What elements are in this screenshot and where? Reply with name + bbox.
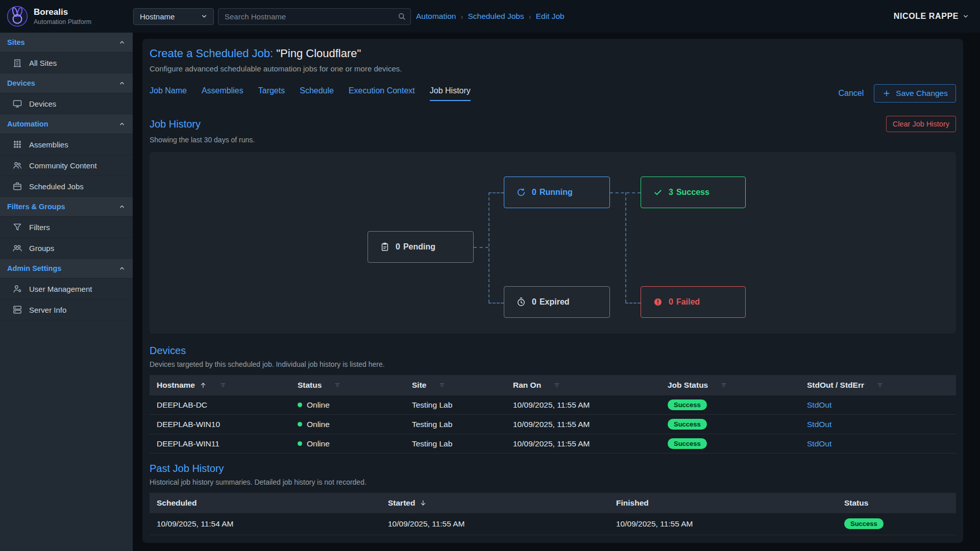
pending-count: 0 [396, 242, 400, 252]
topbar: Borealis Automation Platform Hostname Au… [0, 0, 980, 33]
sidebar-item-label: Server Info [29, 306, 66, 314]
sidebar-item-label: Scheduled Jobs [29, 182, 84, 191]
status-text: Online [307, 400, 330, 410]
sidebar-section-filters-groups[interactable]: Filters & Groups [0, 197, 133, 217]
filter-icon[interactable] [876, 382, 884, 389]
alert-icon [653, 297, 663, 307]
sidebar-item-devices[interactable]: Devices [0, 93, 133, 114]
column-header-status[interactable]: Status [290, 375, 405, 395]
sidebar-item-user-management[interactable]: User Management [0, 279, 133, 299]
user-name: NICOLE RAPPE [894, 12, 959, 21]
filter-icon[interactable] [720, 382, 727, 389]
filter-icon[interactable] [334, 382, 341, 389]
tab-targets[interactable]: Targets [258, 86, 285, 101]
expired-count: 0 [532, 297, 536, 307]
cell-ran-on: 10/09/2025, 11:55 AM [506, 415, 660, 434]
filter-icon[interactable] [553, 382, 560, 389]
hostname-select-value: Hostname [140, 12, 175, 21]
column-header-scheduled[interactable]: Scheduled [150, 493, 381, 513]
search-box [218, 8, 411, 25]
tab-schedule[interactable]: Schedule [300, 86, 334, 101]
filter-icon[interactable] [438, 382, 446, 389]
cell-finished: 10/09/2025, 11:55 AM [609, 513, 837, 535]
stdout-link[interactable]: StdOut [807, 420, 831, 429]
breadcrumb-link-edit-job[interactable]: Edit Job [536, 12, 565, 21]
column-header-job-status[interactable]: Job Status [660, 375, 800, 395]
past-history-header-row: Past Job History [150, 463, 956, 474]
failed-label: Failed [676, 297, 700, 307]
tabs: Job Name Assemblies Targets Schedule Exe… [150, 86, 471, 101]
sidebar-item-label: Assemblies [29, 140, 68, 149]
people-icon [12, 160, 22, 170]
search-input[interactable] [218, 8, 411, 25]
sort-desc-icon[interactable] [419, 499, 427, 507]
sidebar-section-admin-settings[interactable]: Admin Settings [0, 259, 133, 279]
search-icon[interactable] [397, 12, 406, 21]
column-header-finished[interactable]: Finished [609, 493, 837, 513]
sidebar-section-automation[interactable]: Automation [0, 114, 133, 134]
briefcase-icon [12, 181, 22, 191]
plus-icon [882, 89, 891, 98]
devices-heading: Devices [150, 345, 186, 357]
tab-job-history[interactable]: Job History [430, 86, 471, 101]
breadcrumb-link-automation[interactable]: Automation [416, 12, 456, 21]
sidebar-item-community-content[interactable]: Community Content [0, 155, 133, 176]
stdout-link[interactable]: StdOut [807, 439, 831, 448]
success-label: Success [676, 188, 709, 197]
page-title-job-name: "Ping Cloudflare" [273, 47, 361, 60]
tab-assemblies[interactable]: Assemblies [202, 86, 243, 101]
flow-connector [625, 303, 641, 304]
clock-icon [516, 297, 526, 307]
column-header-hostname[interactable]: Hostname [150, 375, 290, 395]
breadcrumb-link-scheduled-jobs[interactable]: Scheduled Jobs [468, 12, 524, 21]
column-label: Job Status [668, 381, 708, 390]
tab-job-name[interactable]: Job Name [150, 86, 187, 101]
sidebar-item-assemblies[interactable]: Assemblies [0, 134, 133, 155]
cell-status: Online [290, 395, 405, 415]
sidebar-item-label: Groups [29, 244, 54, 253]
monitor-icon [12, 98, 22, 109]
cell-ran-on: 10/09/2025, 11:55 AM [506, 434, 660, 454]
sidebar-item-groups[interactable]: Groups [0, 238, 133, 259]
brand-text: Borealis Automation Platform [34, 7, 91, 26]
flow-connector [488, 303, 504, 304]
job-history-header-row: Job History Clear Job History [150, 116, 956, 132]
column-header-ran-on[interactable]: Ran On [506, 375, 660, 395]
sidebar-item-server-info[interactable]: Server Info [0, 299, 133, 320]
column-label: Ran On [513, 381, 541, 390]
stdout-link[interactable]: StdOut [807, 400, 831, 409]
status-badge: Success [668, 438, 707, 449]
tab-execution-context[interactable]: Execution Context [349, 86, 415, 101]
sidebar-section-label: Admin Settings [7, 264, 61, 272]
sidebar-item-scheduled-jobs[interactable]: Scheduled Jobs [0, 176, 133, 197]
cancel-button[interactable]: Cancel [839, 89, 864, 98]
hostname-select[interactable]: Hostname [133, 8, 214, 25]
sidebar-section-label: Sites [7, 38, 25, 46]
running-label: Running [540, 188, 573, 197]
column-header-started[interactable]: Started [381, 493, 609, 513]
flow-connector [625, 192, 626, 303]
sidebar-item-filters[interactable]: Filters [0, 217, 133, 238]
sidebar-section-sites[interactable]: Sites [0, 33, 133, 53]
filter-icon[interactable] [219, 382, 227, 389]
cell-hostname: DEEPLAB-WIN10 [150, 415, 290, 434]
sidebar: Sites All Sites Devices Devices Automati… [0, 33, 133, 551]
column-header-stdout[interactable]: StdOut / StdErr [800, 375, 956, 395]
clipboard-icon [380, 242, 390, 252]
column-header-status[interactable]: Status [837, 493, 956, 513]
clear-job-history-button[interactable]: Clear Job History [886, 116, 956, 132]
online-dot [298, 422, 302, 427]
borealis-logo [7, 6, 28, 27]
table-row: DEEPLAB-DC Online Testing Lab 10/09/2025… [150, 395, 956, 415]
user-menu[interactable]: NICOLE RAPPE [894, 12, 980, 21]
cell-scheduled: 10/09/2025, 11:54 AM [150, 513, 381, 535]
save-changes-button[interactable]: Save Changes [874, 84, 956, 103]
sidebar-item-all-sites[interactable]: All Sites [0, 53, 133, 73]
page-title-prefix: Create a Scheduled Job: [150, 47, 273, 60]
column-header-site[interactable]: Site [405, 375, 506, 395]
sidebar-section-devices[interactable]: Devices [0, 73, 133, 93]
column-label: Scheduled [157, 498, 197, 508]
online-dot [298, 441, 302, 446]
sort-asc-icon[interactable] [199, 381, 207, 389]
column-label: StdOut / StdErr [807, 381, 864, 390]
